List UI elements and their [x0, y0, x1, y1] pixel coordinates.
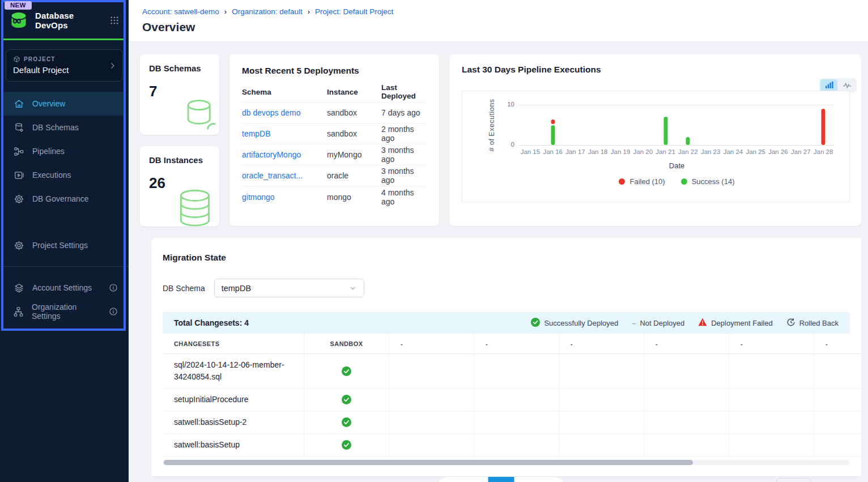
sidebar: NEW Database DevOps [0, 0, 129, 482]
sidebar-green-divider [3, 39, 125, 40]
chart-legend: Failed (10)Success (14) [519, 177, 835, 186]
schema-link[interactable]: tempDB [242, 129, 327, 138]
bar-slot-jan-20 [632, 105, 654, 145]
pagination: 4 of 4 ← Prev 1 Next → Show [163, 476, 850, 482]
empty-cell [474, 434, 559, 457]
schema-link[interactable]: db devops demo [242, 108, 327, 117]
schema-link[interactable]: artifactoryMongo [242, 150, 327, 159]
empty-cell [644, 434, 729, 457]
instance-cell: sandbox [327, 129, 381, 138]
scrollbar-thumb[interactable] [164, 460, 693, 465]
info-icon[interactable] [109, 307, 118, 316]
status-legend-successfully-deployed: Successfully Deployed [531, 318, 618, 329]
deployments-title: Most Recent 5 Deployments [242, 66, 427, 76]
legend-item-failed-10-[interactable]: Failed (10) [619, 177, 665, 186]
legend-label: Failed (10) [629, 177, 665, 186]
breadcrumb-link[interactable]: Project: Default Project [315, 7, 393, 16]
sidebar-item-organization-settings[interactable]: Organization Settings [3, 300, 126, 323]
x-tick-label: Jan 15 [519, 148, 542, 155]
instance-cell: myMongo [327, 150, 381, 159]
sidebar-divider [0, 266, 129, 267]
sidebar-item-label: Pipelines [32, 147, 65, 156]
migration-title: Migration State [163, 253, 861, 263]
column-header: - [559, 334, 644, 354]
apps-grid-icon[interactable] [109, 15, 120, 25]
prev-button[interactable]: ← Prev [437, 477, 488, 482]
next-button[interactable]: Next → [514, 477, 565, 482]
pager: ← Prev 1 Next → [436, 476, 566, 482]
changeset-row: sql/2024-10-14-12-06-member-34240854.sql [163, 354, 861, 389]
sidebar-item-executions[interactable]: Executions [3, 163, 126, 187]
x-tick-label: Jan 26 [767, 148, 790, 155]
bar-slot-jan-21 [654, 105, 677, 145]
success-bar [686, 137, 690, 145]
line-chart-toggle-icon[interactable] [839, 79, 856, 91]
info-icon[interactable] [109, 283, 118, 292]
breadcrumb-link[interactable]: Account: satwell-demo [142, 7, 219, 16]
app-root: NEW Database DevOps [0, 0, 868, 482]
page-1-button[interactable]: 1 [488, 477, 514, 482]
main-area: Account: satwell-demo›Organization: defa… [129, 0, 868, 482]
bar-slot-jan-18 [586, 105, 609, 145]
empty-cell [474, 389, 559, 411]
deployments-header-row: SchemaInstanceLast Deployed [242, 82, 427, 103]
page-title: Overview [142, 20, 854, 34]
changeset-row: satwell:basisSetup [163, 434, 861, 457]
total-changesets-label: Total Changesets: 4 [174, 318, 249, 327]
migration-legend: Successfully Deployed–Not DeployedDeploy… [531, 318, 839, 329]
pipeline-icon [13, 146, 24, 157]
empty-cell [389, 411, 474, 434]
organization-icon [13, 306, 24, 317]
deployment-row: artifactoryMongomyMongo3 months ago [242, 144, 427, 165]
empty-cell [729, 389, 814, 411]
empty-cell [474, 411, 559, 434]
empty-cell [389, 354, 474, 389]
empty-cell [644, 354, 729, 389]
empty-cell [559, 389, 644, 411]
cube-icon [13, 56, 20, 63]
empty-cell [729, 411, 814, 434]
last-deployed-cell: 2 months ago [381, 125, 427, 143]
column-header: CHANGESETS [163, 334, 304, 354]
sidebar-item-pipelines[interactable]: Pipelines [3, 139, 126, 163]
bar-slot-jan-24 [722, 105, 744, 145]
schema-link[interactable]: oracle_transact... [242, 171, 327, 180]
empty-cell [389, 434, 474, 457]
rollback-icon [786, 318, 795, 329]
empty-cell [729, 354, 814, 389]
sidebar-item-db-governance[interactable]: DB Governance [3, 187, 126, 211]
schema-link[interactable]: gitmongo [242, 193, 327, 202]
deployment-row: db devops demosandbox7 days ago [242, 103, 427, 123]
sidebar-item-overview[interactable]: Overview [3, 92, 126, 116]
db-schema-selected-value: tempDB [222, 284, 251, 293]
per-page-select[interactable]: 10 [776, 478, 811, 482]
status-legend-deployment-failed: Deployment Failed [698, 318, 772, 328]
check-circle-icon [531, 318, 540, 329]
sandbox-status-cell [304, 434, 389, 457]
stat-title: DB Schemas [149, 63, 210, 73]
sidebar-item-account-settings[interactable]: Account Settings [3, 276, 126, 300]
deployment-row: oracle_transact...oracle3 months ago [242, 165, 427, 186]
db-schema-select[interactable]: tempDB [214, 279, 364, 297]
bar-chart-toggle-icon[interactable] [820, 79, 837, 91]
empty-cell [729, 434, 814, 457]
database-icon [13, 122, 24, 133]
bar-slot-jan-26 [767, 105, 790, 145]
sidebar-item-db-schemas[interactable]: DB Schemas [3, 116, 126, 139]
page-header: Account: satwell-demo›Organization: defa… [129, 0, 868, 42]
sidebar-item-project-settings[interactable]: Project Settings [3, 233, 126, 257]
database-stack-icon [172, 188, 218, 227]
content: DB Schemas 7 DB Instances 26 [129, 42, 868, 482]
breadcrumb-link[interactable]: Organization: default [232, 7, 303, 16]
bar-slot-jan-17 [564, 105, 587, 145]
x-tick-label: Jan 18 [586, 148, 609, 155]
legend-item-success-14-[interactable]: Success (14) [681, 177, 735, 186]
x-tick-label: Jan 28 [812, 148, 835, 155]
project-selector[interactable]: PROJECT Default Project [6, 49, 123, 82]
status-legend-label: Successfully Deployed [544, 319, 618, 327]
failed-bar [551, 120, 555, 123]
empty-cell [559, 354, 644, 389]
empty-cell [814, 354, 861, 389]
home-icon [13, 98, 24, 109]
status-legend-label: Not Deployed [640, 319, 684, 327]
